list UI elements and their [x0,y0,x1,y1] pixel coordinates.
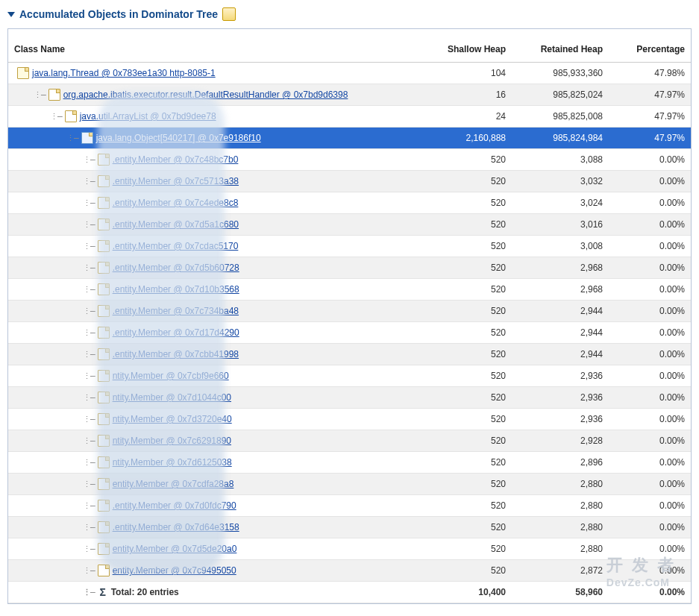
table-row[interactable]: ⋮─.entity.Member @ 0x7d10b35685202,9680.… [8,279,691,301]
cell-percentage: 0.00% [609,430,691,452]
class-link[interactable]: .entity.Member @ 0x7d64e3158 [113,522,239,532]
class-link[interactable]: entity.Member @ 0x7cdfa28a8 [113,479,234,489]
table-row[interactable]: ⋮─ntity.Member @ 0x7cbf9e6605202,9360.00… [8,365,691,387]
cell-shallow: 24 [422,106,512,128]
table-row[interactable]: ⋮─java.util.ArrayList @ 0x7bd9dee7824985… [8,106,691,128]
table-row[interactable]: ⋮─.entity.Member @ 0x7d64e31585202,8800.… [8,517,691,538]
class-link[interactable]: entity.Member @ 0x7c9495050 [113,565,236,576]
cell-class-name[interactable]: ⋮─entity.Member @ 0x7cdfa28a8 [8,474,422,495]
table-row[interactable]: ⋮─.entity.Member @ 0x7d0fdc7905202,8800.… [8,495,691,517]
table-row[interactable]: ⋮─ntity.Member @ 0x7d1044c005202,9360.00… [8,387,691,409]
cell-class-name[interactable]: ⋮─ntity.Member @ 0x7d1044c00 [8,387,422,409]
cell-class-name[interactable]: ⋮─.entity.Member @ 0x7c734ba48 [8,301,422,322]
cell-percentage: 47.97% [609,128,691,149]
cell-class-name[interactable]: ⋮─java.util.ArrayList @ 0x7bd9dee78 [8,106,422,128]
table-row[interactable]: ⋮─.entity.Member @ 0x7d5a1c6805203,0160.… [8,214,691,236]
cell-class-name[interactable]: java.lang.Thread @ 0x783ee1a30 http-8085… [8,63,422,84]
file-icon [98,348,110,360]
cell-percentage: 0.00% [609,409,691,430]
cell-class-name[interactable]: ⋮─.entity.Member @ 0x7d64e3158 [8,517,422,538]
table-row[interactable]: ⋮─entity.Member @ 0x7c94950505202,8720.0… [8,560,691,582]
class-link[interactable]: .entity.Member @ 0x7cdac5170 [113,241,239,251]
cell-percentage: 0.00% [609,474,691,495]
class-link[interactable]: ntity.Member @ 0x7cbf9e660 [113,371,229,381]
cell-class-name[interactable]: ⋮─.entity.Member @ 0x7c4ede8c8 [8,192,422,214]
class-link[interactable]: ntity.Member @ 0x7c6291890 [113,436,231,446]
cell-retained: 3,024 [512,192,609,214]
cell-class-name[interactable]: ⋮─.entity.Member @ 0x7d17d4290 [8,322,422,344]
col-class-name[interactable]: Class Name [8,29,422,63]
cell-class-name[interactable]: ⋮─ntity.Member @ 0x7d3720e40 [8,409,422,430]
class-link[interactable]: .entity.Member @ 0x7c5713a38 [113,176,239,186]
cell-class-name[interactable]: ⋮─.entity.Member @ 0x7d5a1c680 [8,214,422,236]
table-row[interactable]: ⋮─.entity.Member @ 0x7cdac51705203,0080.… [8,236,691,257]
class-link[interactable]: java.lang.Thread @ 0x783ee1a30 http-8085… [32,68,216,78]
table-row[interactable]: ⋮─ntity.Member @ 0x7c62918905202,9280.00… [8,430,691,452]
section-header[interactable]: Accumulated Objects in Dominator Tree [7,7,692,21]
class-link[interactable]: .entity.Member @ 0x7d10b3568 [113,284,239,295]
class-link[interactable]: .entity.Member @ 0x7cbb41998 [113,349,239,359]
cell-class-name[interactable]: ⋮─ntity.Member @ 0x7cbf9e660 [8,365,422,387]
class-link[interactable]: .entity.Member @ 0x7d5a1c680 [113,219,239,230]
table-row[interactable]: ⋮─org.apache.ibatis.executor.result.Defa… [8,84,691,106]
tree-branch-icon: ⋮─ [83,393,95,403]
chart-icon[interactable] [222,7,236,21]
cell-class-name[interactable]: ⋮─.entity.Member @ 0x7c5713a38 [8,171,422,192]
tree-branch-icon: ⋮─ [83,220,95,230]
cell-class-name[interactable]: ⋮─.entity.Member @ 0x7cdac5170 [8,236,422,257]
cell-class-name[interactable]: ⋮─org.apache.ibatis.executor.result.Defa… [8,84,422,106]
cell-shallow: 520 [422,279,512,301]
tree-branch-icon: ⋮─ [83,458,95,468]
table-row[interactable]: java.lang.Thread @ 0x783ee1a30 http-8085… [8,63,691,84]
cell-percentage: 0.00% [609,322,691,344]
table-row[interactable]: ⋮─.entity.Member @ 0x7cbb419985202,9440.… [8,344,691,365]
class-link[interactable]: .entity.Member @ 0x7d17d4290 [113,327,239,338]
table-row[interactable]: ⋮─.entity.Member @ 0x7c734ba485202,9440.… [8,301,691,322]
table-row[interactable]: ⋮─java.lang.Object[540217] @ 0x7e9186f10… [8,128,691,149]
tree-branch-icon: ⋮─ [83,436,95,446]
cell-class-name[interactable]: ⋮─.entity.Member @ 0x7cbb41998 [8,344,422,365]
class-link[interactable]: java.lang.Object[540217] @ 0x7e9186f10 [96,133,261,143]
col-shallow-heap[interactable]: Shallow Heap [422,29,512,63]
col-percentage[interactable]: Percentage [609,29,691,63]
col-retained-heap[interactable]: Retained Heap [512,29,609,63]
cell-class-name[interactable]: ⋮─java.lang.Object[540217] @ 0x7e9186f10 [8,128,422,149]
cell-class-name[interactable]: ⋮─.entity.Member @ 0x7d0fdc790 [8,495,422,517]
tree-branch-icon: ⋮─ [83,155,95,165]
table-row[interactable]: ⋮─entity.Member @ 0x7cdfa28a85202,8800.0… [8,474,691,495]
collapse-icon[interactable] [7,12,15,17]
cell-class-name[interactable]: ⋮─.entity.Member @ 0x7c48bc7b0 [8,149,422,171]
class-link[interactable]: .entity.Member @ 0x7c4ede8c8 [113,198,239,208]
table-row[interactable]: ⋮─entity.Member @ 0x7d5de20a05202,8800.0… [8,538,691,560]
class-link[interactable]: ntity.Member @ 0x7d3720e40 [113,414,232,424]
table-row[interactable]: ⋮─.entity.Member @ 0x7c5713a385203,0320.… [8,171,691,192]
table-row[interactable]: ⋮─ntity.Member @ 0x7d61250385202,8960.00… [8,452,691,474]
tree-branch-icon: ⋮─ [83,285,95,295]
table-row[interactable]: ⋮─.entity.Member @ 0x7d17d42905202,9440.… [8,322,691,344]
cell-class-name[interactable]: ⋮─ntity.Member @ 0x7d6125038 [8,452,422,474]
cell-class-name[interactable]: ⋮─.entity.Member @ 0x7d10b3568 [8,279,422,301]
class-link[interactable]: .entity.Member @ 0x7d5b60728 [113,263,239,273]
total-retained: 58,960 [512,582,609,603]
cell-percentage: 0.00% [609,538,691,560]
cell-class-name[interactable]: ⋮─.entity.Member @ 0x7d5b60728 [8,257,422,279]
table-row[interactable]: ⋮─.entity.Member @ 0x7c4ede8c85203,0240.… [8,192,691,214]
class-link[interactable]: .entity.Member @ 0x7d0fdc790 [113,500,236,511]
table-row[interactable]: ⋮─.entity.Member @ 0x7c48bc7b05203,0880.… [8,149,691,171]
class-link[interactable]: .entity.Member @ 0x7c48bc7b0 [113,154,239,165]
tree-branch-icon: ⋮─ [83,328,95,338]
class-link[interactable]: ntity.Member @ 0x7d1044c00 [113,392,231,403]
cell-shallow: 520 [422,236,512,257]
class-link[interactable]: .entity.Member @ 0x7c734ba48 [113,306,239,316]
class-link[interactable]: org.apache.ibatis.executor.result.Defaul… [63,89,348,100]
table-row[interactable]: ⋮─ntity.Member @ 0x7d3720e405202,9360.00… [8,409,691,430]
table-row[interactable]: ⋮─.entity.Member @ 0x7d5b607285202,9680.… [8,257,691,279]
class-link[interactable]: ntity.Member @ 0x7d6125038 [113,457,232,468]
class-link[interactable]: java.util.ArrayList @ 0x7bd9dee78 [80,111,216,122]
cell-class-name[interactable]: ⋮─entity.Member @ 0x7d5de20a0 [8,538,422,560]
class-link[interactable]: entity.Member @ 0x7d5de20a0 [113,544,237,554]
cell-class-name[interactable]: ⋮─entity.Member @ 0x7c9495050 [8,560,422,582]
cell-percentage: 47.97% [609,84,691,106]
cell-class-name[interactable]: ⋮─ntity.Member @ 0x7c6291890 [8,430,422,452]
file-icon [17,67,29,79]
